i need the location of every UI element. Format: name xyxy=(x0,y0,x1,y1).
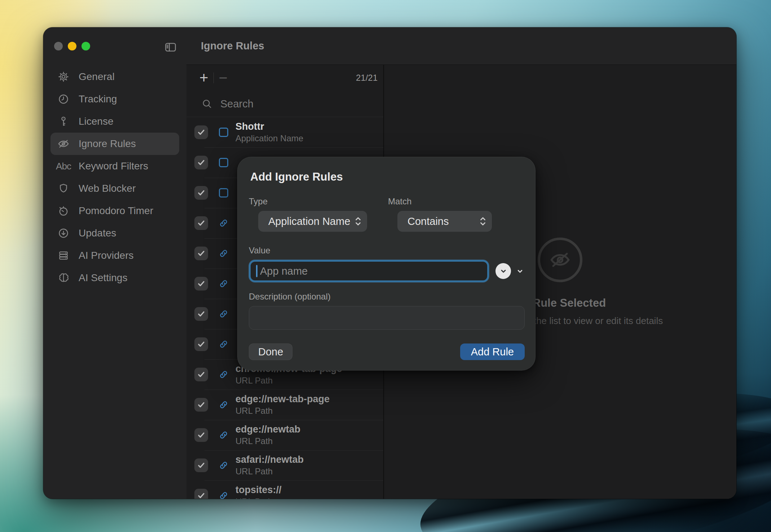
rule-checkbox[interactable] xyxy=(194,398,208,412)
value-input[interactable] xyxy=(251,265,487,277)
value-input-wrap xyxy=(249,260,489,282)
type-select[interactable]: Application Name xyxy=(258,211,367,232)
done-button[interactable]: Done xyxy=(249,343,292,360)
sidebar-item-pomodoro-timer[interactable]: Pomodoro Timer xyxy=(50,200,179,222)
rule-checkbox[interactable] xyxy=(194,216,208,230)
rule-checkbox[interactable] xyxy=(194,156,208,169)
search-icon xyxy=(202,98,212,109)
sidebar-item-ai-providers[interactable]: AI Providers xyxy=(50,244,179,267)
sidebar-item-label: Pomodoro Timer xyxy=(79,205,153,217)
rule-checkbox[interactable] xyxy=(194,428,208,442)
rule-checkbox[interactable] xyxy=(194,307,208,321)
rule-row[interactable]: ShottrApplication Name xyxy=(186,117,383,147)
description-input[interactable] xyxy=(249,306,525,330)
remove-rule-toolbar-button[interactable]: − xyxy=(219,70,228,85)
dialog-title: Add Ignore Rules xyxy=(250,170,525,183)
rule-subtitle: Application Name xyxy=(235,133,303,143)
sidebar-item-label: Tracking xyxy=(79,93,117,105)
brain-icon xyxy=(57,271,70,284)
sidebar-item-ai-settings[interactable]: AI Settings xyxy=(50,267,179,289)
sidebar-item-ignore-rules[interactable]: Ignore Rules xyxy=(50,133,179,155)
match-label: Match xyxy=(388,196,492,207)
rule-checkbox[interactable] xyxy=(194,277,208,291)
rule-checkbox[interactable] xyxy=(194,125,208,139)
sidebar-item-tracking[interactable]: Tracking xyxy=(50,88,179,110)
rule-checkbox[interactable] xyxy=(194,247,208,260)
link-icon xyxy=(218,248,229,259)
list-toolbar: + − 21/21 xyxy=(186,65,383,91)
shield-icon xyxy=(57,182,70,195)
rule-checkbox[interactable] xyxy=(194,368,208,381)
sidebar-item-general[interactable]: General xyxy=(50,66,179,88)
match-select-value: Contains xyxy=(407,216,449,227)
sidebar-item-web-blocker[interactable]: Web Blocker xyxy=(50,177,179,200)
add-ignore-rules-dialog: Add Ignore Rules Type Application Name M… xyxy=(237,157,536,371)
sidebar-item-label: Web Blocker xyxy=(79,183,136,194)
app-type-icon xyxy=(218,127,229,138)
sidebar-item-updates[interactable]: Updates xyxy=(50,222,179,244)
sidebar-item-label: AI Providers xyxy=(79,250,134,261)
sidebar-item-label: AI Settings xyxy=(79,272,127,284)
download-circle-icon xyxy=(57,227,70,240)
rule-checkbox[interactable] xyxy=(194,489,208,499)
value-field: Value xyxy=(249,245,525,282)
toolbar-divider xyxy=(213,72,214,83)
app-type-icon xyxy=(218,187,229,198)
rule-title: edge://new-tab-page xyxy=(235,394,330,405)
search-input[interactable] xyxy=(220,98,375,110)
link-icon xyxy=(218,430,229,440)
app-window: General Tracking License xyxy=(43,27,736,499)
link-icon xyxy=(218,490,229,499)
sidebar-nav: General Tracking License xyxy=(43,66,186,289)
clock-icon xyxy=(57,93,70,106)
sidebar-item-label: General xyxy=(79,71,115,83)
sidebar-item-label: License xyxy=(79,116,114,127)
description-field: Description (optional) xyxy=(249,292,525,330)
server-icon xyxy=(57,249,70,262)
rule-title: edge://newtab xyxy=(235,424,300,435)
popup-chevrons-icon xyxy=(354,215,362,227)
rule-subtitle: URL Path xyxy=(235,497,282,499)
link-icon xyxy=(218,339,229,350)
sidebar-item-label: Keyword Filters xyxy=(79,160,148,172)
eye-slash-icon xyxy=(538,238,582,282)
abc-icon: Abc xyxy=(57,160,70,173)
rule-row[interactable]: edge://new-tab-pageURL Path xyxy=(186,390,383,420)
rule-title: safari://newtab xyxy=(235,454,304,465)
chevron-down-icon[interactable] xyxy=(515,266,525,276)
sidebar-item-label: Ignore Rules xyxy=(79,138,136,150)
rule-checkbox[interactable] xyxy=(194,458,208,472)
link-icon xyxy=(218,399,229,410)
text-cursor xyxy=(256,265,257,277)
app-type-icon xyxy=(218,157,229,168)
sidebar: General Tracking License xyxy=(43,27,186,499)
zoom-button[interactable] xyxy=(81,42,90,50)
close-button[interactable] xyxy=(54,42,63,50)
rule-checkbox[interactable] xyxy=(194,337,208,351)
link-icon xyxy=(218,218,229,229)
rule-row[interactable]: safari://newtabURL Path xyxy=(186,450,383,480)
rule-row[interactable]: topsites://URL Path xyxy=(186,480,383,499)
popup-chevrons-icon xyxy=(479,215,487,227)
type-field: Type Application Name xyxy=(249,196,367,232)
timer-icon xyxy=(57,204,70,217)
add-rule-toolbar-button[interactable]: + xyxy=(199,70,208,85)
rule-row[interactable]: edge://newtabURL Path xyxy=(186,420,383,450)
value-label: Value xyxy=(249,245,525,256)
value-suggestions-button[interactable] xyxy=(495,263,511,279)
rule-title: topsites:// xyxy=(235,484,282,496)
eye-slash-icon xyxy=(57,137,70,150)
minimize-button[interactable] xyxy=(68,42,76,50)
add-rule-button[interactable]: Add Rule xyxy=(460,343,525,360)
description-label: Description (optional) xyxy=(249,292,525,302)
rule-count: 21/21 xyxy=(356,73,378,83)
sidebar-item-license[interactable]: License xyxy=(50,110,179,133)
search-bar[interactable] xyxy=(186,91,383,117)
type-label: Type xyxy=(249,196,367,207)
sidebar-toggle-icon[interactable] xyxy=(163,41,178,55)
rule-checkbox[interactable] xyxy=(194,186,208,200)
match-select[interactable]: Contains xyxy=(397,211,492,232)
link-icon xyxy=(218,309,229,319)
sidebar-item-keyword-filters[interactable]: Abc Keyword Filters xyxy=(50,155,179,177)
link-icon xyxy=(218,369,229,380)
